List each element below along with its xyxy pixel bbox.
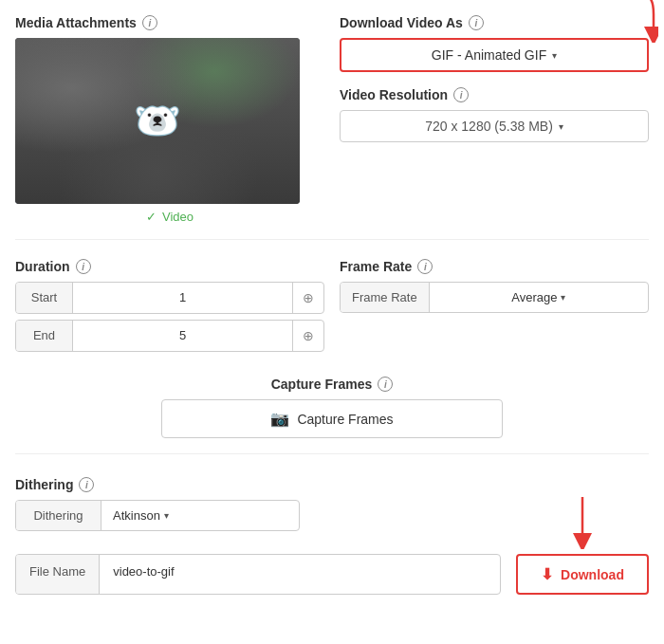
camera-icon: 📷 <box>270 410 289 428</box>
video-resolution-title: Video Resolution i <box>340 87 649 102</box>
frame-rate-row: Frame Rate Average ▾ <box>340 282 649 313</box>
duration-label: Duration <box>15 259 70 274</box>
start-row: Start 1 ⊕ <box>15 282 324 314</box>
capture-frames-info-icon[interactable]: i <box>378 377 393 392</box>
divider-1 <box>15 239 649 240</box>
download-button[interactable]: ⬇ Download <box>516 554 649 595</box>
end-row: End 5 ⊕ <box>15 320 324 352</box>
video-label-text: Video <box>162 210 194 224</box>
filename-field: File Name video-to-gif <box>15 554 501 595</box>
video-resolution-info-icon[interactable]: i <box>453 87 469 102</box>
dithering-title: Dithering i <box>15 477 649 492</box>
frame-rate-caret-icon: ▾ <box>561 292 565 303</box>
end-label: End <box>16 321 73 351</box>
filename-label: File Name <box>16 555 100 594</box>
capture-frames-button[interactable]: 📷 Capture Frames <box>161 399 503 438</box>
video-resolution-value: 720 x 1280 (5.38 MB) <box>425 119 553 134</box>
dithering-section: Dithering i Dithering Atkinson ▾ <box>15 477 649 531</box>
frame-rate-value: Average <box>511 290 557 304</box>
video-label-row: ✓ Video <box>15 210 324 224</box>
duration-section: Duration i Start 1 ⊕ End 5 ⊕ <box>15 259 324 358</box>
dithering-value: Atkinson <box>113 508 160 523</box>
divider-2 <box>15 453 649 454</box>
frame-rate-label: Frame Rate <box>340 259 412 274</box>
thumbnail-subject: 🐻‍❄️ <box>134 99 181 143</box>
download-btn-wrapper: ⬇ Download <box>516 554 649 595</box>
frame-rate-section: Frame Rate i Frame Rate Average ▾ <box>340 259 649 358</box>
download-format-dropdown[interactable]: GIF - Animated GIF ▾ <box>340 38 649 72</box>
start-plus-icon[interactable]: ⊕ <box>292 283 323 313</box>
frame-rate-info-icon[interactable]: i <box>417 259 433 274</box>
media-attachments-info-icon[interactable]: i <box>142 15 157 30</box>
media-attachments-label: Media Attachments <box>15 15 137 30</box>
bottom-bar: File Name video-to-gif ⬇ Download <box>15 554 649 595</box>
frame-rate-dropdown[interactable]: Average ▾ <box>430 283 648 312</box>
download-as-title: Download Video As i <box>340 15 649 30</box>
start-label: Start <box>16 283 73 313</box>
resolution-caret-icon: ▾ <box>559 121 563 132</box>
download-as-label: Download Video As <box>340 15 463 30</box>
dithering-caret-icon: ▾ <box>164 510 169 521</box>
frame-rate-title: Frame Rate i <box>340 259 649 274</box>
download-as-info-icon[interactable]: i <box>469 15 484 30</box>
video-resolution-label: Video Resolution <box>340 87 448 102</box>
download-icon: ⬇ <box>541 565 553 583</box>
capture-frames-btn-label: Capture Frames <box>297 412 393 427</box>
video-check-icon: ✓ <box>146 210 157 224</box>
duration-title: Duration i <box>15 259 324 274</box>
dithering-dropdown[interactable]: Atkinson ▾ <box>101 501 299 530</box>
duration-info-icon[interactable]: i <box>76 259 91 274</box>
media-attachments-panel: Media Attachments i 🐻‍❄️ ✓ Video <box>15 15 324 224</box>
end-value[interactable]: 5 <box>73 321 292 351</box>
video-resolution-dropdown[interactable]: 720 x 1280 (5.38 MB) ▾ <box>340 110 649 142</box>
download-format-value: GIF - Animated GIF <box>432 47 546 63</box>
dithering-row: Dithering Atkinson ▾ <box>15 500 300 531</box>
download-label: Download <box>561 567 624 582</box>
dithering-col-label: Dithering <box>16 501 101 530</box>
video-thumbnail: 🐻‍❄️ <box>15 38 300 204</box>
capture-frames-label: Capture Frames <box>271 377 373 392</box>
frame-rate-col-label: Frame Rate <box>341 283 430 312</box>
filename-value[interactable]: video-to-gif <box>100 555 500 594</box>
dithering-label: Dithering <box>15 477 73 492</box>
end-plus-icon[interactable]: ⊕ <box>292 321 323 351</box>
capture-frames-section: Capture Frames i 📷 Capture Frames <box>15 377 649 438</box>
capture-frames-title: Capture Frames i <box>15 377 649 392</box>
dithering-info-icon[interactable]: i <box>79 477 94 492</box>
media-attachments-title: Media Attachments i <box>15 15 324 30</box>
start-value[interactable]: 1 <box>73 283 292 313</box>
format-caret-icon: ▾ <box>552 50 557 61</box>
download-options-panel: Download Video As i GIF - Animated GIF ▾ <box>340 15 649 224</box>
